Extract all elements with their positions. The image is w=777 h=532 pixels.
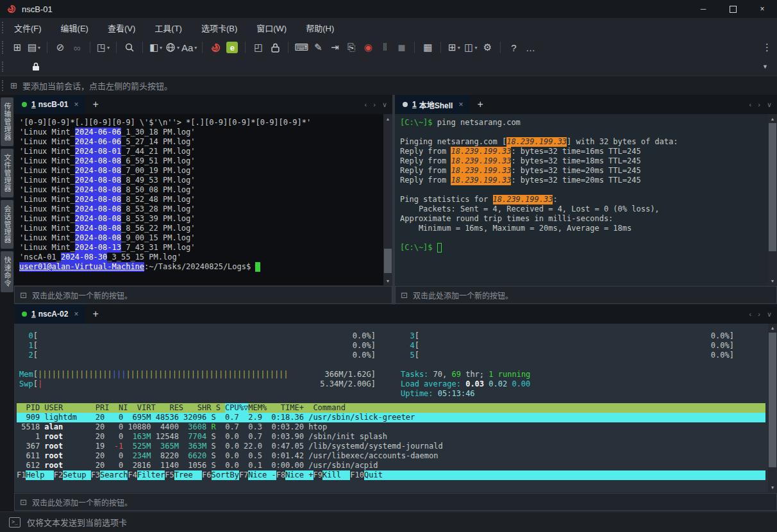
tab-list-icon[interactable]: ∨ xyxy=(767,310,772,319)
scroll-down-icon[interactable]: ▼ xyxy=(768,483,777,492)
info-bar-text: 要添加当前会话，点击左侧的箭头按钮。 xyxy=(22,79,172,92)
menu-item-3[interactable]: 工具(T) xyxy=(155,22,182,34)
dropdown-caret-icon[interactable]: ▾ xyxy=(38,45,40,51)
menu-item-4[interactable]: 选项卡(B) xyxy=(201,22,237,34)
scrollbar-thumb[interactable] xyxy=(769,333,776,467)
new-tab-button[interactable]: + xyxy=(477,99,483,110)
scrollbar-thumb[interactable] xyxy=(769,123,776,251)
status-bar-text: 仅将文本发送到当前选项卡 xyxy=(27,516,127,528)
encoding-icon[interactable]: ▾ xyxy=(165,40,180,55)
open-sessions-icon[interactable]: ▤▾ xyxy=(26,40,42,55)
quick-bar-hint: 双击此处添加一个新的按钮。 xyxy=(32,497,132,508)
maximize-button[interactable] xyxy=(718,0,748,18)
quick-button-bar-right[interactable]: ⊡ 双击此处添加一个新的按钮。 xyxy=(395,286,777,304)
add-session-icon[interactable]: ⊞ xyxy=(10,81,17,90)
menu-item-6[interactable]: 帮助(H) xyxy=(306,22,334,34)
send-text-icon[interactable]: ⇥ xyxy=(327,40,342,55)
find-icon[interactable] xyxy=(122,40,137,55)
dropdown-caret-icon[interactable]: ▾ xyxy=(458,45,460,51)
tab-scroll-right-icon[interactable]: › xyxy=(758,310,760,319)
terminal-nscA-02[interactable]: 0[0.0%] 1[0.0%] 2[0.0%]Mem[|||||||||||||… xyxy=(14,324,777,492)
scroll-down-icon[interactable]: ▼ xyxy=(383,276,392,285)
reconnect-icon[interactable]: ∞ xyxy=(69,40,85,55)
scroll-up-icon[interactable]: ▲ xyxy=(383,114,392,123)
dropdown-caret-icon[interactable]: ▾ xyxy=(474,45,477,51)
virtual-keyboard-icon[interactable]: ⌨ xyxy=(294,40,309,55)
tab-nscA-02[interactable]: 1 nscA-02 × xyxy=(15,304,85,324)
tab-scroll-right-icon[interactable]: › xyxy=(373,101,376,109)
minimize-button[interactable]: ─ xyxy=(689,0,718,18)
options-icon[interactable]: ⚙ xyxy=(480,40,495,55)
tab-list-icon[interactable]: ∨ xyxy=(767,101,772,109)
menu-item-5[interactable]: 窗口(W) xyxy=(256,22,287,34)
new-tab-button[interactable]: + xyxy=(92,99,98,110)
dropdown-caret-icon[interactable]: ▾ xyxy=(107,45,110,51)
tab-scroll-left-icon[interactable]: ‹ xyxy=(749,101,752,109)
sessions-pane-icon[interactable]: ◧▾ xyxy=(148,40,163,55)
tab-list-icon[interactable]: ∨ xyxy=(382,101,387,109)
fullscreen-icon[interactable]: ◰ xyxy=(251,40,266,55)
scroll-up-icon[interactable]: ▲ xyxy=(768,114,777,123)
toolbar-overflow-icon[interactable]: ⋮ xyxy=(762,42,772,53)
terminal-line: Ping statistics for 18.239.199.33: xyxy=(400,195,772,204)
stop-icon[interactable]: ◼ xyxy=(394,40,409,55)
terminal-line xyxy=(401,360,734,370)
scrollbar-thumb[interactable] xyxy=(384,249,392,273)
tab-scroll-right-icon[interactable]: › xyxy=(758,101,760,109)
menu-item-2[interactable]: 查看(V) xyxy=(108,22,135,34)
quick-commands-icon[interactable]: ▦ xyxy=(420,40,435,55)
new-tab-button[interactable]: + xyxy=(92,308,98,320)
terminal-line: 'Linux Mint_2024-08-08_8_50_08 PM.log' xyxy=(19,185,387,195)
terminal-line: 0[0.0%] xyxy=(19,331,376,341)
dropdown-caret-icon[interactable]: ▾ xyxy=(194,45,197,51)
quick-button-bar-left[interactable]: ⊡ 双击此处添加一个新的按钮。 xyxy=(14,286,392,304)
xshell-icon[interactable] xyxy=(208,40,223,55)
menu-item-0[interactable]: 文件(F) xyxy=(14,22,42,34)
sidebar-tab-2[interactable]: 会话管理器 xyxy=(1,200,13,249)
terminal-line: 5[0.0%] xyxy=(401,351,734,360)
scrollbar-left-terminal[interactable]: ▲ ▼ xyxy=(383,114,392,285)
tile-windows-icon[interactable]: ◫▾ xyxy=(463,40,478,55)
quick-button-bar-bottom[interactable]: ⊡ 双击此处添加一个新的按钮。 xyxy=(14,493,777,511)
menu-item-1[interactable]: 编辑(E) xyxy=(61,22,88,34)
pause-icon[interactable]: Ⅱ xyxy=(377,40,392,55)
session-properties-icon[interactable]: ◳▾ xyxy=(96,40,111,55)
send-text-mode-icon[interactable]: >_ xyxy=(9,517,21,528)
terminal-line xyxy=(19,360,376,370)
xftp-icon[interactable]: e xyxy=(224,40,240,55)
tab-scroll-left-icon[interactable]: ‹ xyxy=(749,310,752,319)
scroll-down-icon[interactable]: ▼ xyxy=(768,276,777,285)
scripts-icon[interactable]: ⎘ xyxy=(344,40,359,55)
scroll-up-icon[interactable]: ▲ xyxy=(768,324,777,333)
new-tab-icon[interactable]: ⊞▾ xyxy=(446,40,462,55)
tab-scroll-left-icon[interactable]: ‹ xyxy=(365,101,367,109)
tab-nscB-01[interactable]: 1 nscB-01 × xyxy=(15,95,85,114)
sidebar-tab-0[interactable]: 传输管理器 xyxy=(1,97,13,146)
disconnect-icon[interactable]: ⊘ xyxy=(53,40,68,55)
dropdown-caret-icon[interactable]: ▾ xyxy=(160,45,162,51)
new-session-icon[interactable]: ⊞ xyxy=(10,40,25,55)
record-icon[interactable]: ◉ xyxy=(360,40,376,55)
terminal-line: 'Linux Mint_2024-08-01_7_44_21 PM.log' xyxy=(19,147,387,156)
lock-screen-icon[interactable] xyxy=(267,40,283,55)
sidebar-tab-3[interactable]: 快速命令 xyxy=(1,251,13,292)
scrollbar-right-terminal[interactable]: ▲ ▼ xyxy=(768,114,777,285)
close-tab-icon[interactable]: × xyxy=(458,100,463,109)
toolbar-separator xyxy=(440,42,441,53)
font-icon[interactable]: Aa▾ xyxy=(181,40,197,55)
address-dropdown-icon[interactable]: ▼ xyxy=(762,63,768,70)
close-tab-icon[interactable]: × xyxy=(74,100,78,109)
about-icon[interactable]: … xyxy=(522,40,538,55)
terminal-local-shell[interactable]: [C:\~]$ ping netsarang.comPinging netsar… xyxy=(395,114,777,285)
terminal-line: 909 lightdm 20 0 695M 48536 32096 S 0.7 … xyxy=(17,413,765,422)
tab-local-shell[interactable]: 1 本地Shell × xyxy=(396,95,469,114)
help-icon[interactable]: ? xyxy=(506,40,521,55)
compose-icon[interactable]: ✎ xyxy=(310,40,326,55)
address-bar[interactable]: ▼ xyxy=(0,58,777,76)
close-button[interactable]: × xyxy=(748,0,777,18)
terminal-nscB-01[interactable]: '[0-9][0-9]*[.][0-9][0-9] \'$'\n''> *[.]… xyxy=(14,114,392,285)
close-tab-icon[interactable]: × xyxy=(74,310,78,319)
scrollbar-bottom-terminal[interactable]: ▲ ▼ xyxy=(768,324,777,492)
sidebar-tab-1[interactable]: 文件管理器 xyxy=(1,149,13,197)
dropdown-caret-icon[interactable]: ▾ xyxy=(177,45,180,51)
